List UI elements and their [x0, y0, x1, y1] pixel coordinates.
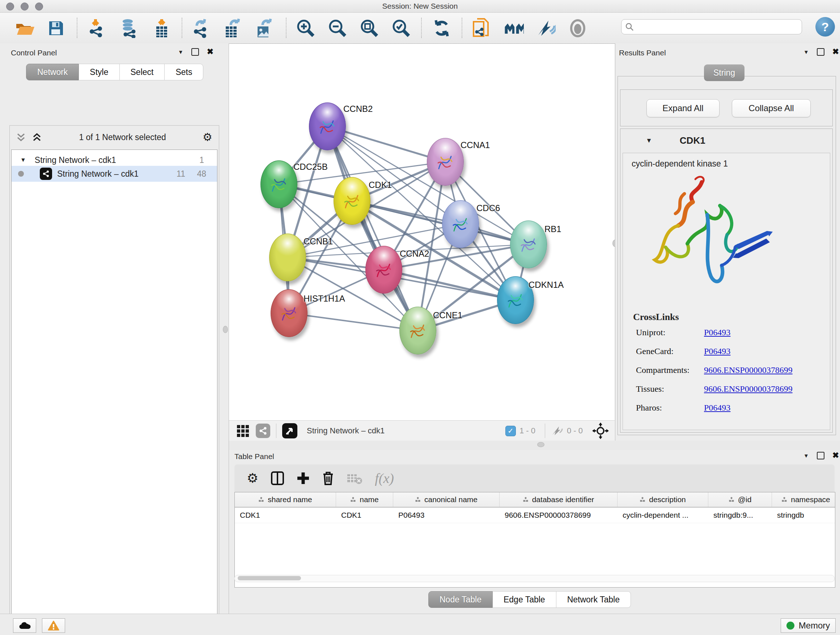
node-CDK1[interactable]: [333, 177, 370, 225]
table-panel-menu-icon[interactable]: ▼: [804, 453, 809, 459]
node-CCNB1[interactable]: [269, 233, 306, 281]
results-panel-float-icon[interactable]: [817, 48, 824, 56]
network-view-share-icon[interactable]: [256, 424, 270, 438]
save-icon[interactable]: [46, 19, 66, 38]
cdk1-section-header[interactable]: ▼ CDK1: [621, 129, 832, 152]
node-RB1[interactable]: [510, 220, 547, 268]
edge-HIST1H1A-CCNE1[interactable]: [289, 313, 418, 331]
table-cell[interactable]: 9606.ENSP00000378699: [500, 508, 617, 523]
column-header-shared-name[interactable]: shared name: [235, 492, 336, 507]
network-canvas[interactable]: CCNB2CCNA1CDC25BCDK1CDC6RB1CCNB1CCNA2CDK…: [229, 44, 615, 420]
export-table-icon[interactable]: [223, 19, 242, 38]
collection-expander-icon[interactable]: ▼: [20, 157, 26, 163]
pan-crosshair-icon[interactable]: [592, 423, 609, 439]
table-horizontal-scrollbar[interactable]: [234, 575, 835, 582]
toolbar-search[interactable]: [621, 19, 802, 35]
tab-edge-table[interactable]: Edge Table: [493, 591, 556, 608]
warnings-button[interactable]: [42, 618, 65, 633]
refresh-layout-icon[interactable]: [432, 19, 452, 38]
table-cell[interactable]: stringdb: [772, 508, 835, 523]
table-cell[interactable]: stringdb:9...: [708, 508, 772, 523]
zoom-out-icon[interactable]: [328, 19, 347, 38]
toolbar-separator: [286, 18, 286, 38]
memory-button[interactable]: Memory: [781, 618, 836, 633]
splitter-handle[interactable]: [537, 442, 545, 447]
zoom-selected-icon[interactable]: [392, 19, 411, 38]
show-columns-icon[interactable]: [271, 471, 284, 486]
crosslink-link[interactable]: 9606.ENSP00000378699: [704, 365, 793, 375]
column-header-description[interactable]: description: [617, 492, 708, 507]
delete-column-icon[interactable]: [322, 470, 334, 486]
crosslink-link[interactable]: 9606.ENSP00000378699: [704, 384, 793, 394]
node-CCNB2[interactable]: [309, 103, 346, 150]
grid-mode-icon[interactable]: [236, 424, 251, 438]
tab-node-table[interactable]: Node Table: [428, 591, 493, 608]
splitter-handle[interactable]: [223, 326, 228, 333]
export-network-icon[interactable]: [191, 19, 210, 38]
import-table-icon[interactable]: [152, 19, 172, 38]
column-header-canonical-name[interactable]: canonical name: [393, 492, 500, 507]
collapse-all-icon[interactable]: [16, 132, 27, 143]
control-panel-close-icon[interactable]: ✖: [207, 48, 213, 56]
node-CCNE1[interactable]: [399, 307, 436, 355]
hidden-eye-icon[interactable]: [551, 425, 563, 436]
results-panel-close-icon[interactable]: ✖: [832, 48, 839, 56]
network-options-gear-icon[interactable]: ⚙: [202, 132, 212, 143]
automation-cloud-button[interactable]: [13, 618, 36, 633]
open-folder-icon[interactable]: [15, 19, 35, 38]
table-panel-float-icon[interactable]: [817, 452, 824, 459]
expand-all-icon[interactable]: [32, 132, 42, 143]
collapse-all-button[interactable]: Collapse All: [732, 99, 811, 117]
tab-sets[interactable]: Sets: [164, 64, 203, 80]
network-tree: ▼ String Network – cdk1 1 String Network…: [11, 149, 218, 635]
zoom-in-icon[interactable]: [296, 19, 316, 38]
node-CDC6[interactable]: [442, 200, 479, 248]
control-panel-float-icon[interactable]: [191, 48, 199, 56]
node-table[interactable]: shared namenamecanonical namedatabase id…: [234, 492, 835, 587]
table-cell[interactable]: CDK1: [336, 508, 393, 523]
table-cell[interactable]: P06493: [393, 508, 500, 523]
hide-selected-icon[interactable]: [536, 19, 556, 38]
node-CCNA1[interactable]: [427, 138, 464, 186]
first-neighbors-icon[interactable]: [504, 19, 524, 38]
search-input[interactable]: [637, 22, 802, 32]
section-expander-icon[interactable]: ▼: [646, 137, 652, 144]
node-CDC25B[interactable]: [261, 160, 297, 208]
zoom-fit-icon[interactable]: [360, 19, 379, 38]
import-network-database-icon[interactable]: [119, 19, 139, 38]
column-header-namespace[interactable]: namespace: [772, 492, 835, 507]
crosslink-link[interactable]: P06493: [704, 347, 730, 356]
column-header-name[interactable]: name: [336, 492, 393, 507]
birdseye-view-icon[interactable]: [282, 423, 297, 439]
column-header-database-identifier[interactable]: database identifier: [500, 492, 617, 507]
add-column-icon[interactable]: [297, 471, 309, 486]
scrollbar-thumb[interactable]: [238, 576, 301, 580]
export-image-icon[interactable]: [255, 19, 274, 38]
table-panel-close-icon[interactable]: ✖: [832, 451, 839, 459]
selected-checkbox-icon[interactable]: ✓: [505, 426, 516, 436]
tab-network-table[interactable]: Network Table: [556, 591, 631, 608]
table-cell[interactable]: cyclin-dependent ...: [617, 508, 708, 523]
network-row-selected[interactable]: String Network – cdk1 11 48: [11, 166, 217, 182]
table-cell[interactable]: CDK1: [235, 508, 336, 523]
tab-string[interactable]: String: [704, 65, 745, 81]
help-button[interactable]: ?: [815, 17, 835, 36]
edge-CDK1-RB1[interactable]: [352, 201, 529, 244]
node-HIST1H1A[interactable]: [271, 289, 308, 337]
node-CCNA2[interactable]: [365, 246, 402, 294]
tab-style[interactable]: Style: [79, 64, 119, 80]
table-row[interactable]: CDK1CDK1P064939606.ENSP00000378699cyclin…: [235, 508, 835, 523]
expand-all-button[interactable]: Expand All: [646, 99, 720, 117]
tab-select[interactable]: Select: [120, 64, 165, 80]
table-options-gear-icon[interactable]: ⚙: [247, 472, 258, 485]
crosslink-link[interactable]: P06493: [704, 403, 730, 412]
new-network-from-selection-icon[interactable]: [472, 19, 491, 38]
results-panel-menu-icon[interactable]: ▼: [804, 49, 809, 55]
import-network-file-icon[interactable]: [87, 19, 106, 38]
memory-label: Memory: [799, 621, 830, 631]
tab-network[interactable]: Network: [26, 64, 79, 80]
horizontal-splitter[interactable]: [229, 440, 840, 450]
crosslink-link[interactable]: P06493: [704, 328, 730, 337]
column-header-@id[interactable]: @id: [708, 492, 772, 507]
control-panel-menu-icon[interactable]: ▼: [178, 49, 183, 55]
